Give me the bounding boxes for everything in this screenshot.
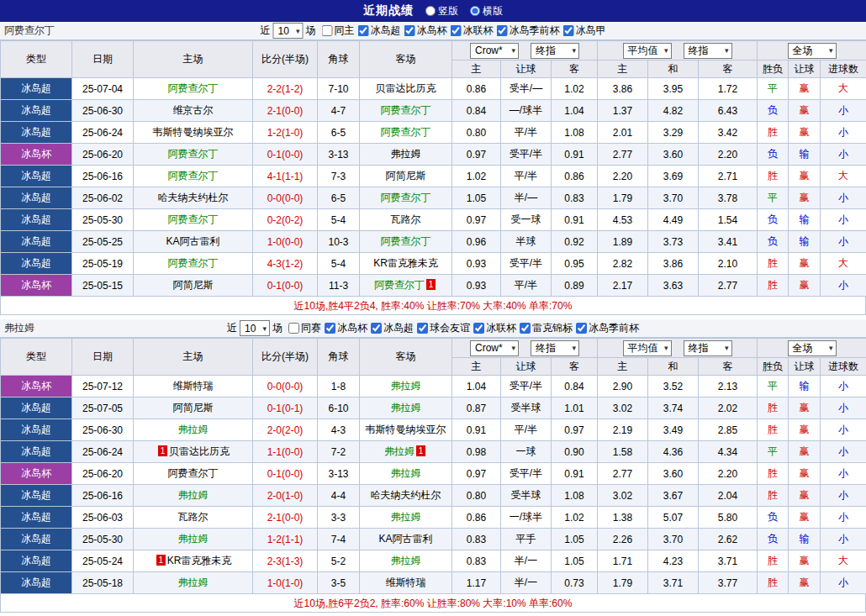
away-team-name[interactable]: 阿费查尔丁 bbox=[381, 104, 431, 116]
league-checkbox[interactable] bbox=[322, 25, 333, 36]
date-cell: 25-06-02 bbox=[72, 187, 134, 209]
games-count-select[interactable]: 10 ▾ bbox=[273, 23, 304, 39]
away-team-name[interactable]: 瓦路尔 bbox=[391, 213, 421, 225]
home-team-name[interactable]: 维斯特瑞 bbox=[173, 380, 214, 392]
away-team-name[interactable]: 弗拉姆 bbox=[391, 511, 421, 523]
away-team-name[interactable]: 韦斯特曼纳埃亚尔 bbox=[366, 424, 446, 435]
league-checkbox[interactable] bbox=[288, 323, 299, 334]
away-team-name[interactable]: KR雷克雅未克 bbox=[373, 257, 438, 269]
home-team-name[interactable]: 阿费查尔丁 bbox=[168, 213, 219, 225]
home-team-name[interactable]: 阿简尼斯 bbox=[173, 402, 214, 413]
filter-checkbox[interactable]: 冰岛杯 bbox=[401, 24, 447, 38]
away-team-name[interactable]: 阿简尼斯 bbox=[386, 170, 426, 182]
score-cell: 2-2(1-2) bbox=[253, 78, 318, 100]
filter-checkbox[interactable]: 同主 bbox=[319, 24, 355, 38]
odds-company-select[interactable]: Crow* ▾ bbox=[470, 340, 519, 356]
away-team-name[interactable]: 弗拉姆 bbox=[391, 555, 421, 566]
home-team-name[interactable]: 阿费查尔丁 bbox=[168, 467, 219, 479]
league-checkbox[interactable] bbox=[325, 323, 335, 334]
away-team-name[interactable]: 哈夫纳夫约杜尔 bbox=[371, 489, 441, 501]
league-checkbox[interactable] bbox=[451, 25, 462, 36]
league-checkbox[interactable] bbox=[576, 323, 587, 334]
filter-checkbox[interactable]: 雷克锦标 bbox=[516, 321, 573, 335]
away-team-name[interactable]: 弗拉姆 bbox=[391, 148, 421, 160]
horizontal-radio[interactable] bbox=[470, 6, 480, 16]
home-team-name[interactable]: 弗拉姆 bbox=[178, 424, 209, 435]
league-checkbox[interactable] bbox=[497, 25, 508, 36]
layout-vertical-option[interactable]: 竖版 bbox=[425, 4, 458, 18]
goals-cell: 大 bbox=[821, 550, 866, 572]
home-team-name[interactable]: 弗拉姆 bbox=[178, 489, 209, 501]
average-select[interactable]: 平均值 ▾ bbox=[623, 43, 672, 59]
away-team-name[interactable]: 弗拉姆 bbox=[384, 445, 415, 457]
scope-select[interactable]: 全场 ▾ bbox=[788, 340, 837, 356]
league-checkbox[interactable] bbox=[404, 25, 415, 36]
filter-checkbox[interactable]: 冰岛季前杯 bbox=[494, 24, 560, 38]
odds-company-select[interactable]: Crow* ▾ bbox=[470, 43, 519, 59]
home-team-name[interactable]: 弗拉姆 bbox=[178, 533, 209, 545]
final-odds-select[interactable]: 终指 ▾ bbox=[531, 340, 579, 356]
match-row: 冰岛杯25-06-20阿费查尔丁0-1(0-0)3-13弗拉姆0.97受平/半0… bbox=[1, 463, 866, 485]
filter-checkbox[interactable]: 球会友谊 bbox=[414, 321, 470, 335]
league-cell: 冰岛超 bbox=[1, 398, 72, 419]
away-team-name[interactable]: 贝雷达比历克 bbox=[376, 82, 436, 94]
average-final-select[interactable]: 终指 ▾ bbox=[684, 43, 732, 59]
games-count-select[interactable]: 10 ▾ bbox=[240, 320, 270, 336]
home-team-name[interactable]: 阿费查尔丁 bbox=[168, 170, 219, 182]
away-team-name[interactable]: KA阿古雷利 bbox=[378, 533, 432, 545]
away-team-name[interactable]: 维斯特瑞 bbox=[386, 577, 426, 588]
home-team-name[interactable]: 哈夫纳夫约杜尔 bbox=[158, 192, 229, 203]
handicap-cell: 平/半 bbox=[501, 122, 552, 144]
filter-checkbox[interactable]: 冰岛甲 bbox=[560, 24, 606, 38]
home-team-name[interactable]: 阿简尼斯 bbox=[173, 279, 214, 291]
filter-checkbox[interactable]: 冰岛杯 bbox=[321, 321, 367, 335]
filter-checkbox[interactable]: 冰联杯 bbox=[447, 24, 494, 38]
avg-away-cell: 2.20 bbox=[699, 463, 758, 485]
away-team-cell: 阿费查尔丁 bbox=[360, 100, 452, 122]
home-team-name[interactable]: 阿费查尔丁 bbox=[168, 257, 219, 269]
league-filter-group: 同主冰岛超冰岛杯冰联杯冰岛季前杯冰岛甲 bbox=[319, 24, 606, 39]
handicap-result-cell: 赢 bbox=[789, 187, 821, 209]
away-odds-cell: 0.84 bbox=[552, 376, 598, 398]
away-team-name[interactable]: 阿费查尔丁 bbox=[381, 235, 431, 247]
final-odds-select[interactable]: 终指 ▾ bbox=[531, 43, 579, 59]
average-select[interactable]: 平均值 ▾ bbox=[623, 340, 672, 356]
league-checkbox[interactable] bbox=[563, 25, 574, 36]
col-handicap-result: 让球 bbox=[789, 358, 821, 376]
away-team-name[interactable]: 阿费查尔丁 bbox=[374, 279, 425, 291]
filter-checkbox[interactable]: 冰联杯 bbox=[470, 321, 516, 335]
home-team-name[interactable]: 阿费查尔丁 bbox=[168, 148, 219, 160]
home-team-name[interactable]: KA阿古雷利 bbox=[166, 235, 219, 247]
home-team-name[interactable]: 阿费查尔丁 bbox=[168, 82, 219, 94]
home-team-name[interactable]: 贝雷达比历克 bbox=[169, 445, 230, 457]
home-team-name[interactable]: 弗拉姆 bbox=[178, 577, 209, 588]
filter-checkbox[interactable]: 同赛 bbox=[285, 321, 321, 335]
handicap-cell: 受平/半 bbox=[501, 376, 552, 398]
filter-checkbox[interactable]: 冰岛超 bbox=[367, 321, 414, 335]
home-team-name[interactable]: 韦斯特曼纳埃亚尔 bbox=[153, 126, 234, 138]
away-team-name[interactable]: 阿费查尔丁 bbox=[381, 126, 431, 138]
away-team-name[interactable]: 弗拉姆 bbox=[391, 402, 421, 413]
scope-select[interactable]: 全场 ▾ bbox=[788, 43, 837, 59]
league-checkbox[interactable] bbox=[520, 323, 531, 334]
league-checkbox[interactable] bbox=[358, 25, 369, 36]
avg-away-cell: 2.85 bbox=[699, 419, 758, 441]
home-team-name[interactable]: 瓦路尔 bbox=[178, 511, 209, 523]
filter-checkbox[interactable]: 冰岛超 bbox=[355, 24, 401, 38]
col-odds-home: 主 bbox=[452, 358, 501, 376]
vertical-radio[interactable] bbox=[425, 6, 436, 16]
chevron-down-icon: ▾ bbox=[725, 344, 729, 352]
average-final-select[interactable]: 终指 ▾ bbox=[684, 340, 732, 356]
league-checkbox[interactable] bbox=[473, 323, 484, 334]
league-checkbox[interactable] bbox=[371, 323, 382, 334]
filter-checkbox[interactable]: 冰岛季前杯 bbox=[573, 321, 639, 335]
league-checkbox[interactable] bbox=[417, 323, 428, 334]
away-team-name[interactable]: 阿费查尔丁 bbox=[381, 192, 431, 203]
home-team-name[interactable]: KR雷克雅未克 bbox=[167, 555, 232, 566]
away-team-name[interactable]: 弗拉姆 bbox=[391, 467, 421, 479]
away-team-name[interactable]: 弗拉姆 bbox=[391, 380, 421, 392]
layout-horizontal-option[interactable]: 横版 bbox=[470, 4, 503, 18]
date-cell: 25-06-30 bbox=[72, 419, 134, 441]
away-odds-cell: 0.91 bbox=[552, 209, 598, 231]
home-team-name[interactable]: 维京古尔 bbox=[173, 104, 214, 116]
